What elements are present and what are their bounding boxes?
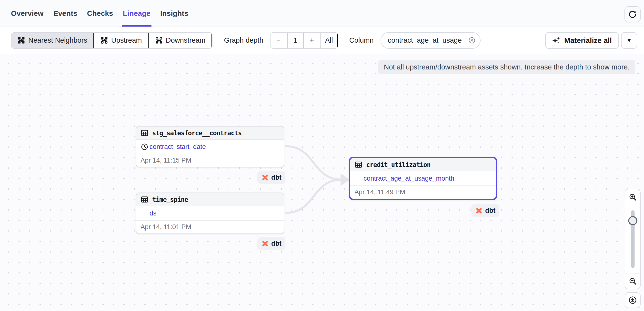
tab-insights[interactable]: Insights [160, 0, 188, 26]
dbt-icon [261, 240, 269, 247]
dbt-badge-label: dbt [271, 240, 282, 247]
column-name[interactable]: contract_start_date [150, 143, 206, 151]
column-row[interactable]: contract_age_at_usage_month [350, 171, 496, 186]
upstream-label: Upstream [111, 36, 142, 44]
dbt-icon [261, 174, 269, 181]
table-icon [354, 161, 362, 169]
lineage-edges [0, 54, 644, 311]
table-icon [140, 196, 148, 204]
asset-node-header: time_spine [136, 193, 284, 206]
asset-node-time-spine[interactable]: time_spine ds Apr 14, 11:01 PM [136, 193, 284, 234]
asset-node-timestamp: Apr 14, 11:01 PM [136, 220, 284, 234]
depth-increment-button[interactable]: + [304, 33, 320, 48]
dbt-icon [475, 207, 483, 215]
zoom-panel [625, 189, 640, 289]
downstream-label: Downstream [166, 36, 206, 44]
asset-node-timestamp: Apr 14, 11:49 PM [350, 186, 496, 199]
column-filter-chip[interactable]: contract_age_at_usage_ [380, 32, 480, 49]
column-filter-value: contract_age_at_usage_ [388, 36, 466, 44]
lineage-filter-group: Nearest Neighbors Upstream [11, 32, 212, 49]
tab-lineage[interactable]: Lineage [123, 0, 150, 26]
depth-all-button[interactable]: All [320, 33, 338, 48]
depth-decrement-button[interactable]: − [270, 33, 287, 48]
column-icon-spacer [354, 174, 364, 183]
dbt-badge: dbt [471, 204, 499, 217]
asset-node-stg-salesforce-contracts[interactable]: stg_salesforce__contracts contract_start… [136, 126, 284, 167]
dbt-badge: dbt [257, 171, 286, 184]
table-icon [140, 129, 148, 137]
nearest-neighbors-button[interactable]: Nearest Neighbors [12, 33, 94, 48]
clear-column-icon[interactable] [468, 36, 476, 44]
zoom-out-button[interactable] [625, 273, 640, 289]
nearest-neighbors-label: Nearest Neighbors [28, 36, 87, 44]
recenter-button[interactable] [625, 292, 640, 308]
asset-node-header: credit_utilization [350, 158, 496, 171]
asset-node-title: time_spine [152, 196, 188, 203]
downstream-button[interactable]: Downstream [148, 33, 212, 48]
lineage-toolbar: Nearest Neighbors Upstream [0, 27, 644, 54]
materialize-options-button[interactable]: ▾ [621, 32, 637, 49]
depth-value: 1 [287, 33, 304, 48]
materialize-all-button[interactable]: Materialize all [545, 32, 619, 49]
upstream-icon [100, 36, 108, 44]
graph-depth-label: Graph depth [224, 36, 263, 44]
materialize-all-label: Materialize all [564, 36, 612, 45]
dbt-badge-label: dbt [485, 207, 496, 215]
clock-icon [140, 143, 150, 151]
zoom-out-icon [629, 277, 637, 286]
upstream-button[interactable]: Upstream [94, 33, 148, 48]
sparkles-icon [552, 36, 560, 45]
asset-node-title: credit_utilization [366, 161, 430, 168]
column-filter-label: Column [349, 36, 374, 44]
refresh-icon [628, 10, 637, 19]
dbt-badge-label: dbt [271, 174, 282, 181]
dbt-badge: dbt [257, 237, 286, 250]
lineage-canvas[interactable]: Not all upstream/downstream assets shown… [0, 54, 644, 311]
recenter-icon [628, 296, 637, 305]
tab-overview[interactable]: Overview [11, 0, 44, 26]
asset-node-title: stg_salesforce__contracts [152, 129, 242, 137]
zoom-slider[interactable] [625, 205, 640, 273]
tab-events[interactable]: Events [53, 0, 77, 26]
zoom-slider-thumb[interactable] [628, 216, 637, 225]
nearest-neighbors-icon [18, 36, 25, 44]
column-row[interactable]: contract_start_date [136, 140, 284, 154]
asset-lineage-page: Overview Events Checks Lineage Insights [0, 0, 644, 311]
column-name[interactable]: ds [150, 210, 156, 217]
depth-notice: Not all upstream/downstream assets shown… [378, 60, 635, 74]
refresh-button[interactable] [624, 6, 640, 22]
graph-depth-stepper: − 1 + All [270, 32, 338, 49]
column-icon-spacer [140, 209, 150, 217]
zoom-in-icon [629, 193, 637, 201]
chevron-down-icon: ▾ [628, 36, 630, 44]
zoom-in-button[interactable] [625, 189, 640, 205]
downstream-icon [155, 36, 163, 44]
column-name[interactable]: contract_age_at_usage_month [364, 175, 454, 182]
asset-node-timestamp: Apr 14, 11:15 PM [136, 154, 284, 167]
tab-checks[interactable]: Checks [87, 0, 113, 26]
asset-node-credit-utilization[interactable]: credit_utilization contract_age_at_usage… [349, 157, 497, 200]
column-row[interactable]: ds [136, 206, 284, 220]
top-nav: Overview Events Checks Lineage Insights [0, 0, 644, 27]
asset-node-header: stg_salesforce__contracts [136, 126, 284, 140]
